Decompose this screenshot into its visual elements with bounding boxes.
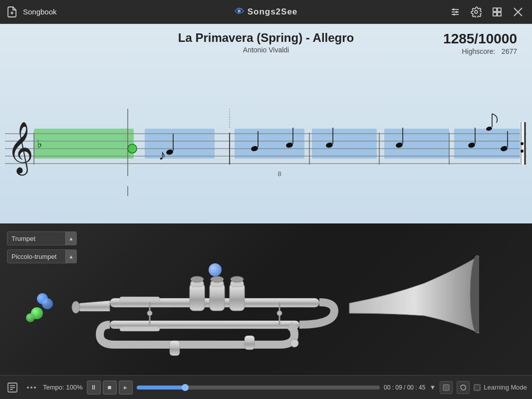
primary-dropdown-arrow[interactable]: ▲ — [65, 231, 76, 245]
svg-rect-15 — [34, 129, 134, 159]
svg-rect-63 — [210, 283, 225, 311]
topbar-left: Songbook — [0, 5, 57, 19]
learning-mode-label: Learning Mode — [484, 384, 527, 391]
trumpet-illustration — [50, 253, 479, 368]
tempo-label: Tempo: 100% — [43, 384, 83, 391]
svg-rect-12 — [498, 12, 501, 16]
time-current: 00 : 09 / 00 : 45 — [384, 384, 425, 391]
topbar: Songbook 👁 Songs2See — [0, 0, 532, 24]
svg-rect-19 — [384, 129, 449, 159]
svg-rect-11 — [493, 12, 497, 16]
bottombar: Tempo: 100% ⏸ ■ ▶ 00 : 09 / 00 : 45 ▼ — [0, 375, 532, 399]
valve-dot-green-2 — [26, 313, 35, 322]
svg-point-87 — [30, 387, 32, 389]
highscore-value: 2677 — [502, 47, 517, 55]
svg-rect-89 — [443, 385, 449, 391]
instrument-area: Trumpet ▲ Piccolo-trumpet ▲ — [0, 223, 532, 375]
songbook-label[interactable]: Songbook — [23, 7, 57, 16]
score-display: 1285/10000 Highscore: 2677 — [443, 31, 517, 56]
svg-rect-62 — [190, 283, 205, 311]
svg-rect-90 — [475, 385, 480, 390]
svg-point-74 — [72, 301, 80, 313]
progress-area — [137, 386, 380, 390]
svg-point-70 — [231, 276, 244, 282]
svg-point-6 — [456, 11, 458, 13]
svg-text:♭: ♭ — [37, 138, 42, 150]
svg-rect-18 — [312, 129, 377, 159]
highscore-row: Highscore: 2677 — [443, 47, 517, 56]
notes-icon[interactable] — [5, 380, 20, 395]
svg-rect-20 — [454, 129, 524, 159]
highscore-label: Highscore: — [462, 47, 495, 55]
progress-fill — [137, 386, 185, 390]
svg-rect-64 — [230, 283, 245, 311]
topbar-right — [448, 5, 532, 19]
volume-down-icon[interactable]: ▼ — [429, 384, 436, 391]
svg-point-5 — [453, 8, 455, 10]
dots-icon[interactable] — [24, 380, 39, 395]
svg-rect-10 — [498, 8, 501, 11]
svg-rect-16 — [145, 129, 215, 159]
svg-point-57 — [521, 150, 524, 153]
svg-text:𝄞: 𝄞 — [7, 122, 33, 176]
new-file-icon[interactable] — [5, 5, 19, 19]
svg-rect-73 — [245, 336, 255, 350]
svg-rect-79 — [120, 297, 160, 302]
loop-button[interactable] — [457, 381, 470, 394]
app-title: Songs2See — [248, 7, 298, 17]
svg-text:♪: ♪ — [159, 147, 166, 163]
close-icon[interactable] — [511, 5, 525, 19]
svg-point-8 — [475, 10, 478, 13]
rewind-button[interactable]: ▶ — [119, 381, 133, 395]
staff-svg: 𝄞 ♭ ♪ 8 — [0, 79, 532, 208]
playback-controls: ⏸ ■ ▶ — [87, 381, 133, 395]
svg-rect-9 — [493, 8, 497, 11]
sheet-area: La Primavera (Spring) - Allegro Antonio … — [0, 24, 532, 223]
instrument-dropdown-primary[interactable]: Trumpet ▲ — [7, 231, 77, 245]
score-value: 1285/10000 — [443, 31, 517, 47]
primary-instrument-label: Trumpet — [7, 235, 65, 242]
staff-container: 𝄞 ♭ ♪ 8 — [0, 79, 532, 208]
settings-icon[interactable] — [469, 5, 483, 19]
svg-point-69 — [211, 276, 224, 282]
progress-handle[interactable] — [182, 384, 189, 391]
mixer-icon[interactable] — [448, 5, 462, 19]
svg-point-86 — [27, 387, 29, 389]
svg-point-56 — [521, 142, 524, 145]
measure-number: 8 — [277, 170, 281, 178]
progress-bar[interactable] — [137, 386, 380, 390]
logo-eye-icon: 👁 — [235, 6, 245, 17]
svg-point-33 — [128, 144, 137, 153]
learning-mode-area: Learning Mode — [474, 384, 527, 391]
record-button[interactable] — [440, 381, 453, 394]
topbar-center: 👁 Songs2See — [235, 6, 298, 17]
svg-point-76 — [147, 311, 152, 316]
svg-rect-72 — [170, 341, 180, 356]
learning-mode-checkbox[interactable] — [474, 384, 481, 391]
pause-button[interactable]: ⏸ — [87, 381, 101, 395]
stop-button[interactable]: ■ — [103, 381, 117, 395]
svg-rect-17 — [235, 129, 304, 159]
svg-point-68 — [191, 276, 204, 282]
svg-point-88 — [34, 387, 36, 389]
right-controls: ▼ — [429, 381, 470, 394]
svg-point-7 — [453, 13, 455, 15]
svg-rect-80 — [120, 327, 160, 331]
svg-point-78 — [277, 311, 282, 316]
window-icon[interactable] — [490, 5, 504, 19]
svg-point-81 — [290, 339, 298, 347]
